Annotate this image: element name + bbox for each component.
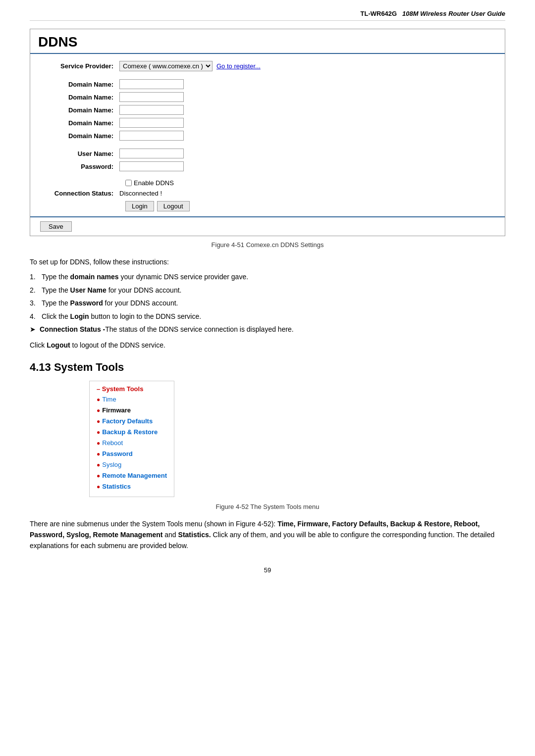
connection-status-label: Connection Status: [40, 190, 119, 197]
domain-name-label-1: Domain Name: [40, 81, 119, 88]
bullet-icon: ● [97, 416, 100, 426]
user-name-control [119, 149, 184, 158]
login-logout-row: Login Logout [125, 201, 495, 211]
menu-item-firmware: ● Firmware [97, 405, 167, 416]
menu-item-label: Firmware [102, 405, 131, 416]
section-heading: 4.13 System Tools [30, 361, 505, 374]
list-item: 4. Click the Login button to login to th… [30, 311, 505, 322]
menu-item-factory: ● Factory Defaults [97, 416, 167, 427]
password-input[interactable] [119, 161, 184, 171]
domain-name-control-5 [119, 131, 184, 141]
bullet-icon: ● [97, 395, 100, 404]
list-item: 2. Type the User Name for your DDNS acco… [30, 285, 505, 296]
connection-status-value: Disconnected ! [119, 190, 162, 197]
domain-name-input-3[interactable] [119, 105, 184, 115]
ddns-figure-caption: Figure 4-51 Comexe.cn DDNS Settings [30, 241, 505, 249]
user-name-input[interactable] [119, 149, 184, 158]
menu-item-label: Factory Defaults [102, 416, 153, 427]
logout-note: Click Logout to logout of the DDNS servi… [30, 340, 505, 351]
bullet-icon: ● [97, 460, 100, 470]
menu-item-remote: ● Remote Management [97, 470, 167, 481]
service-provider-select[interactable]: Comexe ( www.comexe.cn ) [119, 61, 213, 71]
password-label: Password: [40, 163, 119, 170]
domain-name-control-2 [119, 92, 184, 102]
menu-item-syslog: ● Syslog [97, 459, 167, 470]
domain-name-label-4: Domain Name: [40, 119, 119, 127]
domain-name-label-3: Domain Name: [40, 106, 119, 114]
domain-name-label-2: Domain Name: [40, 94, 119, 101]
menu-item-label: Statistics [102, 481, 131, 492]
list-item: 1. Type the domain names your dynamic DN… [30, 271, 505, 282]
menu-item-backup: ● Backup & Restore [97, 427, 167, 438]
enable-ddns-row: Enable DDNS [125, 179, 495, 187]
header-guide: 108M Wireless Router User Guide [402, 10, 505, 17]
domain-name-row-1: Domain Name: [40, 79, 495, 89]
logout-button[interactable]: Logout [157, 201, 190, 211]
bullet-icon: ● [97, 427, 100, 437]
page-header: TL-WR642G 108M Wireless Router User Guid… [30, 10, 505, 21]
list-item: 3. Type the Password for your DDNS accou… [30, 298, 505, 308]
domain-name-input-2[interactable] [119, 92, 184, 102]
header-separator [397, 10, 402, 17]
system-tools-description: There are nine submenus under the System… [30, 518, 505, 552]
menu-item-label: Password [102, 449, 132, 459]
domain-name-row-5: Domain Name: [40, 131, 495, 141]
menu-item-password: ● Password [97, 449, 167, 459]
ddns-panel: DDNS Service Provider: Comexe ( www.come… [30, 29, 505, 236]
ddns-footer: Save [30, 216, 505, 236]
domain-name-row-2: Domain Name: [40, 92, 495, 102]
domain-name-label-5: Domain Name: [40, 132, 119, 140]
domain-name-row-3: Domain Name: [40, 105, 495, 115]
system-tools-menu: – System Tools ● Time ● Firmware ● Facto… [89, 381, 174, 497]
service-provider-control: Comexe ( www.comexe.cn ) Go to register.… [119, 61, 261, 71]
user-name-label: User Name: [40, 150, 119, 157]
domain-name-input-4[interactable] [119, 118, 184, 128]
list-item: ➤ Connection Status -The status of the D… [30, 324, 505, 335]
password-control [119, 161, 184, 171]
bullet-icon: ● [97, 405, 100, 415]
instructions-list: 1. Type the domain names your dynamic DN… [30, 271, 505, 335]
instructions-intro: To set up for DDNS, follow these instruc… [30, 256, 505, 267]
ddns-form: Service Provider: Comexe ( www.comexe.cn… [30, 61, 505, 211]
domain-name-row-4: Domain Name: [40, 118, 495, 128]
header-model: TL-WR642G [361, 10, 397, 17]
service-provider-row: Service Provider: Comexe ( www.comexe.cn… [40, 61, 495, 71]
domain-name-control-3 [119, 105, 184, 115]
menu-item-label: Syslog [102, 459, 121, 470]
password-row: Password: [40, 161, 495, 171]
domain-name-input-1[interactable] [119, 79, 184, 89]
ddns-title: DDNS [30, 34, 505, 54]
domain-name-control-1 [119, 79, 184, 89]
menu-item-label: Backup & Restore [102, 427, 158, 438]
bullet-icon: ● [97, 482, 100, 492]
service-provider-label: Service Provider: [40, 62, 119, 70]
menu-item-statistics: ● Statistics [97, 481, 167, 492]
menu-item-label: Remote Management [102, 470, 167, 481]
bullet-icon: ● [97, 438, 100, 448]
system-tools-figure-caption: Figure 4-52 The System Tools menu [30, 503, 505, 510]
login-button[interactable]: Login [125, 201, 154, 211]
menu-title: – System Tools [97, 385, 167, 393]
page-number: 59 [30, 566, 505, 574]
bullet-icon: ● [97, 471, 100, 481]
domain-name-control-4 [119, 118, 184, 128]
save-button[interactable]: Save [40, 221, 72, 232]
menu-item-reboot: ● Reboot [97, 438, 167, 449]
enable-ddns-label: Enable DDNS [134, 179, 174, 187]
domain-name-input-5[interactable] [119, 131, 184, 141]
menu-item-label: Time [102, 394, 116, 405]
menu-item-time: ● Time [97, 394, 167, 405]
bullet-icon: ● [97, 449, 100, 459]
menu-item-label: Reboot [102, 438, 123, 449]
go-register-link[interactable]: Go to register... [216, 62, 261, 70]
connection-status-row: Connection Status: Disconnected ! [40, 190, 495, 197]
user-name-row: User Name: [40, 149, 495, 158]
enable-ddns-checkbox[interactable] [125, 180, 132, 186]
